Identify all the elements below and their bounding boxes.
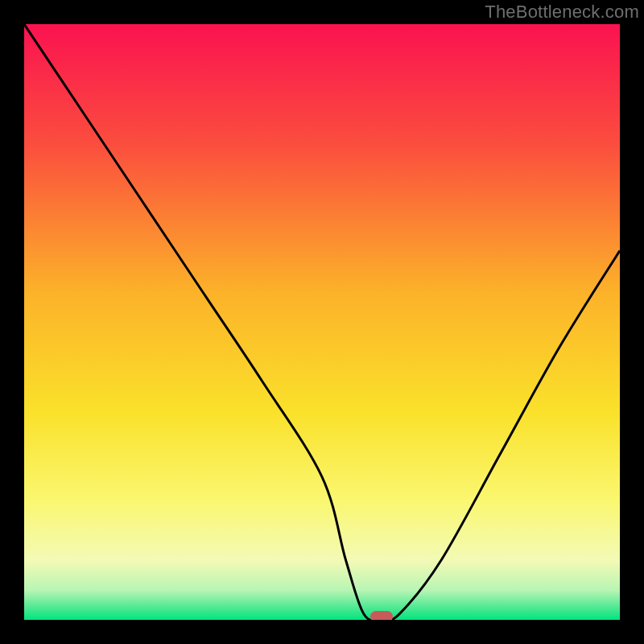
optimal-marker — [370, 611, 393, 620]
chart-frame: TheBottleneck.com — [0, 0, 644, 644]
plot-area — [24, 24, 620, 620]
curve-path — [24, 24, 620, 620]
watermark-text: TheBottleneck.com — [485, 2, 639, 23]
bottleneck-curve — [24, 24, 620, 620]
